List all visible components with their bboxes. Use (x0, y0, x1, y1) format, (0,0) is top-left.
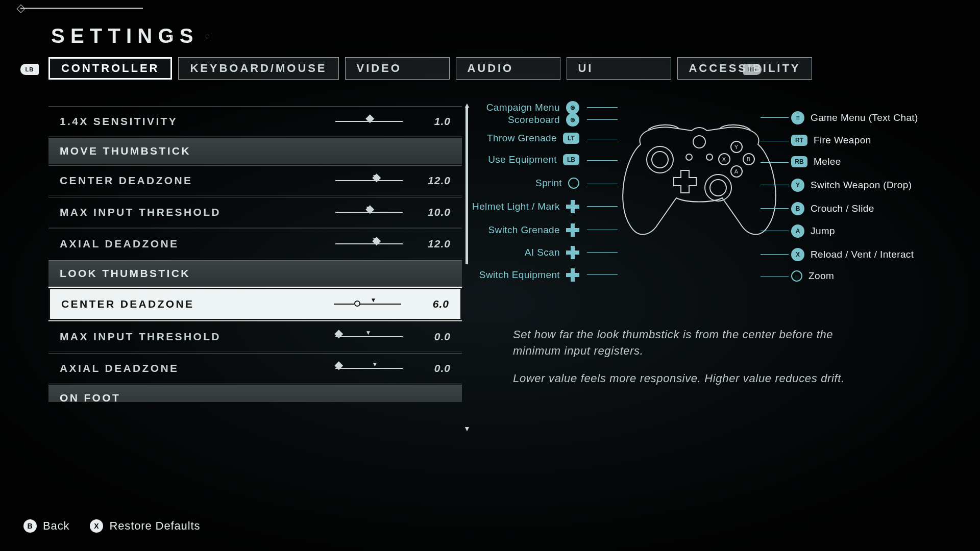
tab-controller[interactable]: CONTROLLER (48, 57, 172, 80)
svg-text:A: A (734, 168, 739, 174)
slider-handle[interactable] (365, 114, 374, 123)
controller-button-icon: R (791, 270, 802, 282)
setting-label: MAX INPUT THRESHOLD (60, 206, 221, 218)
callout-label: AI Scan (525, 247, 560, 258)
slider-default-marker: ▼ (365, 329, 373, 336)
callout-left: Helmet Light / Mark (472, 200, 579, 213)
section-header: MOVE THUMBSTICK (48, 138, 462, 164)
setting-label: 1.4X SENSITIVITY (60, 115, 178, 128)
tab-video[interactable]: VIDEO (345, 57, 450, 80)
section-header: ON FOOT (48, 385, 462, 402)
controller-button-icon: A (791, 224, 804, 238)
callout-label: Throw Grenade (487, 133, 557, 144)
controller-button-icon: ⊜ (566, 113, 579, 127)
section-header: LOOK THUMBSTICK (48, 260, 462, 287)
setting-row[interactable]: CENTER DEADZONE▼6.0 (48, 288, 462, 320)
controller-button-icon: RT (791, 135, 807, 146)
controller-button-icon: LB (563, 154, 579, 165)
back-label: Back (43, 519, 69, 533)
callout-label: Crouch / Slide (811, 203, 874, 214)
setting-row[interactable]: CENTER DEADZONE▼12.0 (48, 165, 462, 196)
restore-defaults-button[interactable]: X Restore Defaults (90, 519, 200, 533)
slider-track[interactable]: ▼ (335, 368, 403, 369)
svg-text:X: X (722, 156, 727, 162)
callout-label: Switch Grenade (488, 224, 560, 236)
slider-track[interactable] (335, 121, 403, 122)
callout-label: Jump (811, 226, 835, 237)
callout-right: BCrouch / Slide (791, 202, 874, 215)
lb-bumper-icon[interactable]: LB (20, 64, 39, 75)
slider-handle[interactable] (335, 330, 344, 338)
slider-default-marker: ▼ (372, 236, 380, 243)
callout-label: Use Equipment (488, 154, 557, 165)
controller-button-icon: Y (791, 179, 804, 192)
callout-label: Switch Weapon (Drop) (811, 180, 912, 191)
callout-right: RTFire Weapon (791, 135, 871, 146)
setting-value: 10.0 (415, 206, 451, 218)
tab-ui[interactable]: UI (567, 57, 671, 80)
setting-label: AXIAL DEADZONE (60, 362, 179, 374)
svg-point-9 (686, 154, 692, 160)
controller-button-icon (566, 200, 579, 213)
slider-track[interactable]: ▼ (334, 304, 401, 305)
tab-accessibility[interactable]: ACCESSIBILITY (677, 57, 813, 80)
setting-row[interactable]: 1.4X SENSITIVITY1.0 (48, 106, 462, 137)
callout-right: AJump (791, 224, 835, 238)
slider-track[interactable]: ▼ (335, 212, 403, 213)
controller-button-icon: L (568, 178, 579, 189)
setting-row[interactable]: MAX INPUT THRESHOLD▼10.0 (48, 197, 462, 228)
x-button-icon: X (90, 519, 103, 533)
setting-value: 12.0 (415, 174, 451, 187)
svg-point-8 (693, 136, 705, 148)
callout-left: LTThrow Grenade (487, 133, 579, 144)
controller-button-icon: X (791, 248, 804, 261)
description-line: Lower value feels more responsive. Highe… (513, 370, 880, 387)
slider-track[interactable]: ▼ (335, 180, 403, 181)
setting-row[interactable]: AXIAL DEADZONE▼0.0 (48, 353, 462, 384)
callout-label: Campaign Menu (486, 102, 560, 113)
svg-point-1 (652, 152, 668, 168)
callout-left: ⊜Scoreboard (508, 113, 579, 127)
svg-text:Y: Y (734, 144, 739, 150)
slider-track[interactable]: ▼ (335, 336, 403, 337)
scrollbar-thumb[interactable] (465, 106, 468, 264)
tab-audio[interactable]: AUDIO (456, 57, 560, 80)
slider-track[interactable]: ▼ (335, 243, 403, 244)
controller-outline: Y B A X (615, 116, 783, 244)
callout-left: AI Scan (525, 246, 579, 259)
svg-point-2 (705, 174, 731, 201)
svg-text:B: B (747, 156, 751, 162)
controller-button-icon: ≡ (791, 111, 804, 124)
setting-value: 12.0 (415, 238, 451, 250)
back-button[interactable]: B Back (23, 519, 69, 533)
callout-left: LBUse Equipment (488, 154, 579, 165)
slider-handle[interactable] (354, 300, 360, 307)
controller-button-icon: LT (563, 133, 579, 144)
setting-value: 1.0 (415, 115, 451, 128)
callout-label: Switch Equipment (479, 269, 560, 281)
header-divider (20, 8, 143, 9)
slider-handle[interactable] (335, 361, 344, 370)
scroll-down-icon[interactable]: ▼ (463, 424, 471, 433)
setting-label: CENTER DEADZONE (61, 298, 194, 310)
controller-button-icon (566, 268, 579, 282)
controller-button-icon (566, 246, 579, 259)
callout-right: ≡Game Menu (Text Chat) (791, 111, 918, 124)
setting-label: AXIAL DEADZONE (60, 238, 179, 250)
setting-row[interactable]: AXIAL DEADZONE▼12.0 (48, 229, 462, 259)
slider-default-marker: ▼ (372, 173, 380, 180)
b-button-icon: B (23, 519, 37, 533)
setting-row[interactable]: MAX INPUT THRESHOLD▼0.0 (48, 321, 462, 352)
tab-bar: CONTROLLERKEYBOARD/MOUSEVIDEOAUDIOUIACCE… (48, 57, 812, 80)
callout-right: RZoom (791, 270, 834, 282)
setting-value: 0.0 (415, 362, 451, 374)
controller-diagram: Y B A X ⊜Campaign Menu⊜ScoreboardLTThrow… (485, 101, 954, 295)
svg-point-10 (706, 154, 713, 160)
tab-keyboard-mouse[interactable]: KEYBOARD/MOUSE (178, 57, 338, 80)
svg-point-3 (710, 180, 726, 196)
callout-label: Scoreboard (508, 114, 560, 126)
setting-value: 6.0 (413, 298, 449, 310)
callout-label: Reload / Vent / Interact (811, 249, 914, 260)
svg-point-0 (647, 146, 673, 173)
callout-label: Fire Weapon (814, 135, 871, 146)
